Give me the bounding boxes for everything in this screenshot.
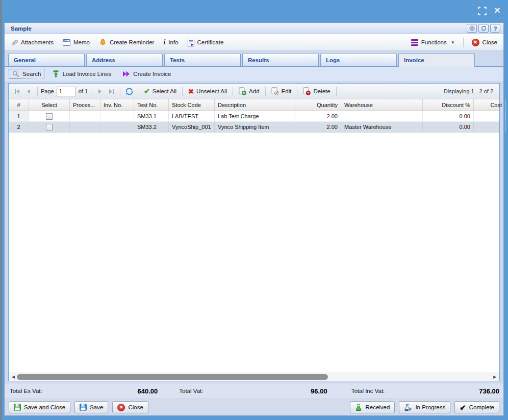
search-icon — [12, 70, 19, 77]
close-toolbar-button[interactable]: ✕ Close — [471, 37, 498, 48]
cell-num[interactable]: 1 — [9, 111, 29, 121]
cell-description[interactable]: Lab Test Charge — [215, 111, 295, 121]
column-header-num[interactable]: # — [9, 99, 29, 111]
create-reminder-button[interactable]: Create Reminder — [98, 37, 156, 48]
tab-general[interactable]: General — [8, 53, 85, 66]
cell-process[interactable] — [70, 122, 100, 132]
column-header-description[interactable]: Description — [215, 99, 295, 111]
tab-logs[interactable]: Logs — [320, 53, 397, 66]
column-header-quantity[interactable]: Quantity — [295, 99, 341, 111]
cell-description[interactable]: Vynco Shipping Item — [215, 122, 295, 132]
save-and-close-label: Save and Close — [24, 404, 65, 410]
total-ex-vat: Total Ex Vat: 640.00 — [9, 387, 158, 395]
first-page-icon[interactable] — [12, 86, 23, 97]
add-row-button[interactable]: Add — [236, 86, 262, 96]
close-window-icon[interactable]: ✕ — [493, 6, 502, 15]
tab-invoice[interactable]: Invoice — [398, 53, 475, 67]
row-select-checkbox[interactable] — [46, 113, 53, 120]
create-reminder-label: Create Reminder — [110, 39, 155, 45]
sample-dialog-window: Sample — [4, 22, 504, 416]
scroll-left-icon[interactable]: ◀ — [10, 373, 17, 381]
refresh-panel-button[interactable] — [478, 24, 489, 33]
create-invoice-button[interactable]: Create Invoice — [119, 70, 174, 78]
cell-stock_code[interactable]: LAB/TEST — [169, 111, 215, 121]
edit-label: Edit — [282, 88, 292, 94]
cell-inv_no[interactable] — [100, 111, 134, 121]
total-vat: Total Vat: 96.00 — [178, 387, 327, 395]
select-all-button[interactable]: ✔ Select All — [141, 87, 179, 96]
column-header-discount[interactable]: Discount % — [423, 99, 474, 111]
unselect-all-button[interactable]: ✖ Unselect All — [186, 87, 230, 96]
received-status-button[interactable]: Received — [350, 401, 395, 413]
next-page-icon[interactable] — [94, 86, 106, 97]
last-page-icon[interactable] — [106, 86, 117, 97]
table-row[interactable]: 1SM33.1LAB/TESTLab Test Charge2.000.00 — [9, 111, 499, 122]
functions-label: Functions — [421, 39, 447, 45]
close-footer-button[interactable]: ✕ Close — [112, 401, 148, 413]
column-header-warehouse[interactable]: Warehouse — [341, 99, 423, 111]
save-label: Save — [90, 404, 103, 410]
column-header-stock_code[interactable]: Stock Code — [169, 99, 215, 111]
table-row[interactable]: 2SM33.2VyncoShip_001Vynco Shipping Item2… — [9, 122, 499, 133]
certificate-label: Certificate — [197, 39, 224, 45]
close-circle-icon: ✕ — [472, 39, 479, 46]
cell-discount[interactable]: 0.00 — [423, 122, 474, 132]
page-number-input[interactable] — [57, 87, 76, 96]
prev-page-icon[interactable] — [23, 86, 34, 97]
cell-quantity[interactable]: 2.00 — [295, 111, 341, 121]
cell-quantity[interactable]: 2.00 — [295, 122, 341, 132]
scroll-right-icon[interactable]: ▶ — [491, 373, 498, 381]
column-header-inv_no[interactable]: Inv. No. — [100, 99, 134, 111]
tab-tests[interactable]: Tests — [164, 53, 241, 66]
add-page-icon — [239, 87, 246, 95]
cell-cost[interactable] — [474, 122, 505, 132]
save-button[interactable]: Save — [74, 401, 108, 413]
horizontal-scrollbar[interactable]: ◀ ▶ — [9, 373, 499, 381]
row-select-checkbox[interactable] — [46, 124, 53, 130]
flask-clock-icon — [404, 404, 412, 411]
cell-test_no[interactable]: SM33.1 — [134, 111, 169, 121]
help-button[interactable]: ? — [490, 24, 500, 33]
fullscreen-icon[interactable] — [477, 6, 487, 15]
certificate-button[interactable]: Certificate — [187, 37, 225, 48]
column-header-process[interactable]: Proces... — [70, 99, 100, 111]
column-header-test_no[interactable]: Test No. — [134, 99, 169, 111]
edit-page-icon — [271, 87, 279, 95]
edit-row-button[interactable]: Edit — [269, 86, 294, 96]
cell-warehouse[interactable] — [341, 111, 423, 121]
cell-num[interactable]: 2 — [9, 122, 29, 132]
cell-test_no[interactable]: SM33.2 — [134, 122, 169, 132]
in-progress-label: In Progress — [415, 404, 445, 410]
dialog-title: Sample — [11, 25, 467, 32]
functions-menu-button[interactable]: Functions ▼ — [410, 38, 456, 47]
memo-button[interactable]: Memo — [62, 38, 91, 47]
info-button[interactable]: i Info — [162, 37, 179, 47]
load-invoice-lines-label: Load Invoice Lines — [62, 71, 111, 77]
search-button[interactable]: Search — [9, 69, 44, 79]
refresh-grid-icon[interactable] — [123, 86, 135, 97]
cell-inv_no[interactable] — [100, 122, 134, 132]
cell-process[interactable] — [70, 111, 100, 121]
delete-row-button[interactable]: Delete — [300, 86, 333, 96]
chevron-down-icon: ▼ — [451, 40, 455, 45]
settings-gear-button[interactable] — [467, 24, 477, 33]
total-vat-label: Total Vat: — [179, 388, 203, 394]
cell-warehouse[interactable]: Master Warehouse — [341, 122, 423, 132]
cell-stock_code[interactable]: VyncoShip_001 — [169, 122, 215, 132]
delete-label: Delete — [313, 88, 330, 94]
save-and-close-button[interactable]: Save and Close — [9, 401, 70, 413]
tab-results[interactable]: Results — [242, 53, 319, 66]
in-progress-status-button[interactable]: In Progress — [399, 401, 450, 413]
cell-cost[interactable] — [474, 111, 505, 121]
screen-edge-strip — [0, 0, 2, 420]
column-header-cost[interactable]: Cost — [474, 99, 505, 111]
tab-address[interactable]: Address — [86, 53, 163, 66]
complete-status-button[interactable]: ✔ Complete — [454, 401, 499, 413]
attachments-button[interactable]: Attachments — [10, 37, 55, 48]
load-invoice-lines-button[interactable]: Load Invoice Lines — [49, 69, 114, 78]
close-label: Close — [482, 39, 497, 45]
total-inc-vat-label: Total Inc Vat: — [351, 388, 385, 394]
cell-discount[interactable]: 0.00 — [423, 111, 474, 121]
column-header-select[interactable]: Select — [29, 99, 70, 111]
scrollbar-thumb[interactable] — [17, 374, 328, 380]
